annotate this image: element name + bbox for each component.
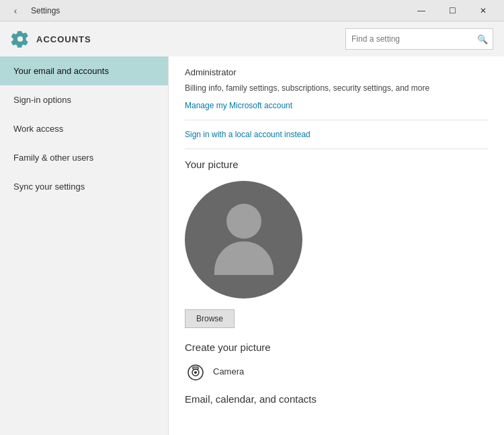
sidebar-item-work-access-label: Work access — [13, 124, 63, 134]
avatar-body — [214, 241, 274, 275]
camera-icon — [185, 361, 206, 383]
avatar — [185, 181, 302, 299]
search-box[interactable]: 🔍 — [345, 28, 493, 50]
maximize-button[interactable]: ☐ — [437, 0, 468, 22]
content-panel: Administrator Billing info, family setti… — [168, 56, 504, 435]
sidebar-item-your-email-label: Your email and accounts — [13, 66, 109, 76]
avatar-head — [226, 204, 261, 239]
sidebar-item-your-email[interactable]: Your email and accounts — [0, 56, 168, 85]
sign-in-local-link[interactable]: Sign in with a local account instead — [185, 130, 488, 139]
app-header-left: ACCOUNTS — [11, 30, 91, 48]
your-picture-title: Your picture — [185, 159, 488, 170]
title-bar-controls: — ☐ ✕ — [406, 0, 499, 22]
title-bar-left: ‹ Settings — [5, 0, 60, 22]
gear-icon — [11, 30, 30, 48]
sidebar: Your email and accounts Sign-in options … — [0, 56, 168, 435]
admin-label: Administrator — [185, 67, 488, 77]
search-icon: 🔍 — [472, 28, 493, 50]
app-title: ACCOUNTS — [36, 34, 91, 44]
sidebar-item-family-users[interactable]: Family & other users — [0, 143, 168, 172]
divider-1 — [185, 120, 488, 120]
main-layout: Your email and accounts Sign-in options … — [0, 56, 504, 435]
minimize-button[interactable]: — — [406, 0, 437, 22]
title-bar-title: Settings — [31, 6, 60, 15]
sidebar-item-work-access[interactable]: Work access — [0, 114, 168, 143]
title-bar: ‹ Settings — ☐ ✕ — [0, 0, 504, 22]
close-button[interactable]: ✕ — [468, 0, 499, 22]
svg-rect-2 — [193, 367, 198, 369]
email-calendar-title: Email, calendar, and contacts — [185, 393, 488, 405]
manage-account-link[interactable]: Manage my Microsoft account — [185, 101, 488, 110]
billing-text: Billing info, family settings, subscript… — [185, 83, 488, 94]
sidebar-item-sync-settings[interactable]: Sync your settings — [0, 172, 168, 201]
svg-point-3 — [194, 371, 197, 374]
divider-2 — [185, 149, 488, 149]
browse-button[interactable]: Browse — [185, 309, 235, 328]
sidebar-item-family-users-label: Family & other users — [13, 153, 93, 163]
camera-row: Camera — [185, 361, 488, 383]
app-header: ACCOUNTS 🔍 — [0, 22, 504, 56]
sidebar-item-sign-in-label: Sign-in options — [13, 95, 71, 105]
create-picture-title: Create your picture — [185, 342, 488, 353]
sidebar-item-sync-settings-label: Sync your settings — [13, 182, 85, 192]
search-input[interactable] — [346, 34, 472, 44]
camera-label: Camera — [213, 366, 244, 377]
back-button[interactable]: ‹ — [5, 0, 26, 22]
avatar-person — [214, 204, 274, 275]
sidebar-item-sign-in[interactable]: Sign-in options — [0, 85, 168, 114]
